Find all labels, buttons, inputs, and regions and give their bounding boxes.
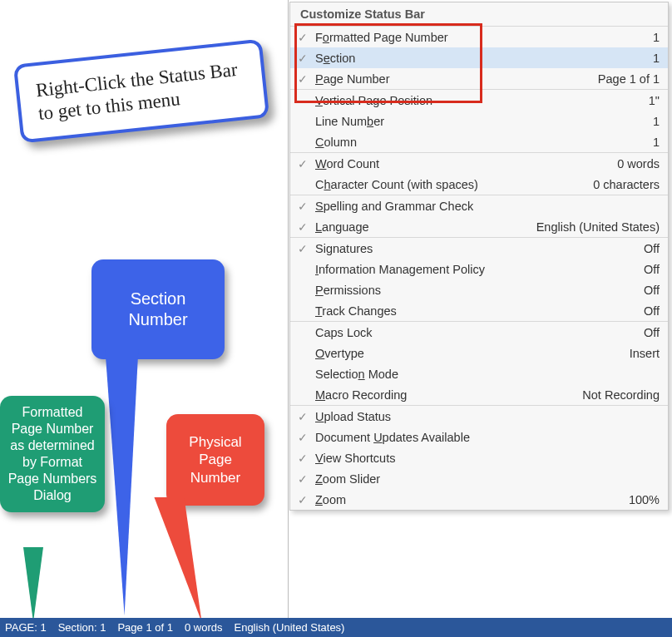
menu-title: Customize Status Bar [290,2,668,26]
menu-item-label: Zoom [315,493,622,506]
menu-item-label: Selection Mode [315,368,653,381]
callout-instruction: Right-Click the Status Bar to get to thi… [13,39,269,144]
menu-item-value: 1 [646,52,660,65]
menu-item-value: 1" [642,94,660,107]
menu-item-value: 0 characters [586,178,660,191]
check-icon: ✓ [290,72,315,86]
menu-item-value: 0 words [610,157,660,170]
menu-item-label: Page Number [315,72,591,86]
callout-physical-page-number: Physical Page Number [166,414,264,506]
status-section[interactable]: Section: 1 [58,621,106,634]
menu-item[interactable]: ✓Section1 [290,47,668,68]
menu-item[interactable]: ✓Zoom100% [290,489,668,510]
menu-item[interactable]: ✓View Shortcuts [290,447,668,468]
menu-group: Caps LockOffOvertypeInsertSelection Mode… [290,321,668,405]
check-icon: ✓ [290,157,315,170]
menu-item[interactable]: ✓LanguageEnglish (United States) [290,216,668,237]
menu-item-label: Column [315,136,646,149]
callout-text: Physical Page Number [176,433,254,486]
menu-item-value: Insert [623,347,660,360]
menu-item-value: Off [637,284,660,297]
menu-item[interactable]: ✓Document Updates Available [290,427,668,447]
menu-item-value: 1 [646,115,660,128]
status-bar[interactable]: PAGE: 1 Section: 1 Page 1 of 1 0 words E… [0,618,672,637]
check-icon: ✓ [290,472,315,486]
menu-item-label: Character Count (with spaces) [315,178,586,191]
menu-item[interactable]: ✓Formatted Page Number1 [290,27,668,47]
status-word-count[interactable]: 0 words [185,621,223,634]
callout-section-number: Section Number [91,259,225,359]
menu-item[interactable]: Character Count (with spaces)0 character… [290,174,668,195]
menu-group: ✓Spelling and Grammar Check✓LanguageEngl… [290,195,668,237]
check-icon: ✓ [290,52,315,65]
menu-item-label: Vertical Page Position [315,94,642,107]
menu-item[interactable]: Information Management PolicyOff [290,259,668,279]
status-page-of[interactable]: Page 1 of 1 [117,621,173,634]
customize-status-bar-menu: Customize Status Bar ✓Formatted Page Num… [289,2,669,511]
menu-item-value: 1 [646,136,660,149]
menu-item-label: Track Changes [315,304,637,318]
status-page[interactable]: PAGE: 1 [5,621,47,634]
menu-item-label: Zoom Slider [315,472,653,486]
menu-item-value: Off [637,263,660,276]
menu-item[interactable]: ✓Word Count0 words [290,153,668,174]
menu-item-value: Off [637,242,660,255]
menu-item[interactable]: Line Number1 [290,111,668,131]
menu-item-label: Caps Lock [315,326,637,339]
check-icon: ✓ [290,220,315,234]
menu-item-label: Section [315,52,646,65]
check-icon: ✓ [290,242,315,255]
menu-item-label: Line Number [315,115,646,128]
check-icon: ✓ [290,31,315,44]
menu-item[interactable]: ✓SignaturesOff [290,238,668,259]
menu-item-label: Information Management Policy [315,263,637,276]
menu-item[interactable]: ✓Zoom Slider [290,468,668,489]
menu-item[interactable]: Caps LockOff [290,322,668,343]
menu-item-value: Not Recording [576,388,660,402]
menu-item-value: 1 [646,31,660,44]
menu-item[interactable]: PermissionsOff [290,279,668,300]
menu-group: ✓Word Count0 wordsCharacter Count (with … [290,152,668,195]
menu-item-value: Page 1 of 1 [591,72,660,86]
menu-item-label: Language [315,220,530,234]
menu-item-label: Document Updates Available [315,431,653,444]
menu-item[interactable]: ✓Upload Status [290,406,668,427]
check-icon: ✓ [290,410,315,423]
menu-item-label: Upload Status [315,410,653,423]
menu-item-value: English (United States) [530,220,660,234]
check-icon: ✓ [290,452,315,465]
menu-item-label: Word Count [315,157,610,170]
menu-item-label: Permissions [315,284,637,297]
menu-item-value: 100% [622,493,660,506]
menu-item[interactable]: Vertical Page Position1" [290,90,668,111]
menu-item-label: Formatted Page Number [315,31,646,44]
callout-text: Section Number [101,289,215,330]
menu-item[interactable]: Track ChangesOff [290,300,668,321]
page-edge-divider [288,0,289,618]
menu-item-label: View Shortcuts [315,452,653,465]
callout-text: Formatted Page Number as determined by F… [8,405,97,502]
callout-formatted-page-number: Formatted Page Number as determined by F… [0,396,105,512]
menu-item-value: Off [637,304,660,318]
menu-group: ✓Formatted Page Number1✓Section1✓Page Nu… [290,26,668,89]
menu-item-label: Signatures [315,242,637,255]
check-icon: ✓ [290,431,315,444]
menu-item[interactable]: ✓Page NumberPage 1 of 1 [290,68,668,89]
menu-item[interactable]: OvertypeInsert [290,343,668,363]
menu-item-label: Spelling and Grammar Check [315,200,653,213]
menu-item[interactable]: ✓Spelling and Grammar Check [290,195,668,216]
menu-item[interactable]: Macro RecordingNot Recording [290,384,668,405]
menu-item-value: Off [637,326,660,339]
menu-group: ✓Upload Status✓Document Updates Availabl… [290,405,668,510]
menu-group: Vertical Page Position1"Line Number1Colu… [290,89,668,152]
menu-item[interactable]: Column1 [290,131,668,152]
check-icon: ✓ [290,200,315,213]
check-icon: ✓ [290,493,315,506]
menu-item-label: Overtype [315,347,623,360]
menu-group: ✓SignaturesOffInformation Management Pol… [290,237,668,321]
menu-item[interactable]: Selection Mode [290,363,668,384]
status-language[interactable]: English (United States) [234,621,344,634]
menu-item-label: Macro Recording [315,388,576,402]
